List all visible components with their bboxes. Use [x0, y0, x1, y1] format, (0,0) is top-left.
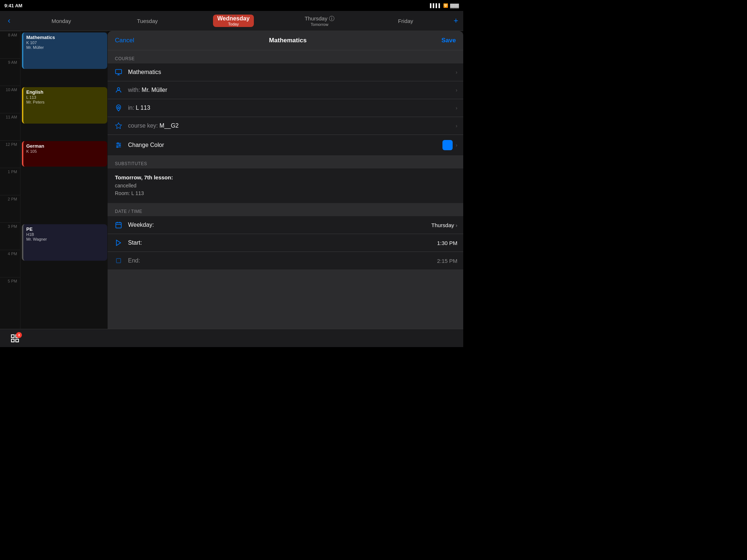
svg-point-2 — [118, 107, 120, 109]
course-key-text: course key: M__G2 — [128, 122, 456, 129]
time-9am: 9 AM — [0, 58, 20, 86]
key-chevron: › — [456, 123, 457, 129]
tuesday-label: Tuesday — [137, 18, 158, 24]
time-10am: 10 AM — [0, 86, 20, 113]
substitute-detail-line2: Room: L 113 — [115, 190, 456, 197]
tab-badge: 3 — [16, 332, 22, 338]
end-icon — [113, 257, 124, 264]
svg-rect-19 — [16, 339, 19, 342]
course-room-text: in: L 113 — [128, 105, 456, 111]
event-teacher: Mr. Peters — [26, 100, 104, 104]
monday-label: Monday — [51, 18, 71, 24]
tab-monday[interactable]: Monday — [18, 15, 104, 27]
wifi-icon: 🛜 — [443, 3, 448, 8]
substitute-title: Tomorrow, 7th lesson: — [115, 174, 456, 180]
time-8am: 8 AM — [0, 31, 20, 58]
course-icon — [113, 69, 124, 76]
svg-point-8 — [119, 144, 120, 145]
event-german-monday[interactable]: German K 105 — [22, 141, 107, 167]
svg-rect-10 — [116, 222, 121, 228]
add-button[interactable]: + — [449, 16, 463, 26]
svg-point-9 — [117, 146, 118, 147]
time-3pm: 3 PM — [0, 222, 20, 250]
course-name-row[interactable]: Mathematics › — [108, 63, 463, 81]
start-icon — [113, 239, 124, 246]
status-icons: ▌▌▌▌ 🛜 ▓▓▓ — [430, 3, 459, 8]
change-color-text: Change Color — [128, 142, 442, 148]
thursday-label: Thursday ⓘ — [305, 15, 334, 22]
svg-point-7 — [117, 143, 119, 144]
modal-header: Cancel Mathematics Save — [108, 31, 463, 50]
event-room: K 107 — [26, 40, 104, 45]
svg-marker-3 — [116, 123, 122, 129]
substitutes-section-header: SUBSTITUTES — [108, 155, 463, 168]
color-settings-icon — [113, 141, 124, 149]
monday-column: Mathematics K 107 Mr. Müller English L 1… — [20, 31, 109, 329]
modal-overlay: Cancel Mathematics Save COURSE Mathemati… — [108, 31, 463, 329]
event-title: Mathematics — [26, 35, 104, 40]
svg-rect-18 — [11, 339, 14, 342]
tab-tuesday[interactable]: Tuesday — [104, 15, 190, 27]
event-room: H1B — [26, 232, 104, 237]
calendar-icon — [113, 221, 124, 229]
course-name-text: Mathematics — [128, 69, 456, 75]
time-gutter: 8 AM 9 AM 10 AM 11 AM 12 PM 1 PM 2 PM 3 … — [0, 31, 20, 329]
course-key-row[interactable]: course key: M__G2 › — [108, 117, 463, 135]
end-value: 2:15 PM — [437, 258, 457, 264]
tab-schedule-icon[interactable]: 3 — [7, 331, 23, 346]
event-pe-monday[interactable]: PE H1B Mr. Wagner — [22, 224, 107, 261]
save-button[interactable]: Save — [441, 37, 456, 44]
course-teacher-text: with: Mr. Müller — [128, 87, 456, 93]
status-time: 9:41 AM — [4, 3, 22, 8]
friday-label: Friday — [398, 18, 413, 24]
key-icon — [113, 122, 124, 129]
color-swatch — [442, 140, 453, 150]
start-label: Start: — [128, 240, 437, 246]
substitute-detail-line1: cancelled — [115, 182, 456, 190]
event-english-monday[interactable]: English L 113 Mr. Peters — [22, 87, 107, 124]
tab-bar: 3 — [0, 329, 463, 347]
course-room-row[interactable]: in: L 113 › — [108, 99, 463, 117]
svg-rect-16 — [11, 335, 14, 338]
calendar-header: • • • ‹ Monday Tuesday Wednesday Today T… — [0, 11, 463, 31]
weekday-value: Thursday › — [431, 222, 457, 228]
change-color-row[interactable]: Change Color › — [108, 135, 463, 155]
svg-rect-0 — [116, 70, 122, 74]
event-room: L 113 — [26, 95, 104, 100]
event-teacher: Mr. Müller — [26, 45, 104, 50]
time-5pm: 5 PM — [0, 277, 20, 304]
datetime-section-header: DATE / TIME — [108, 203, 463, 216]
battery-icon: ▓▓▓ — [450, 3, 459, 8]
back-button[interactable]: ‹ — [0, 16, 18, 26]
event-title: German — [26, 143, 104, 149]
cancel-button[interactable]: Cancel — [115, 37, 134, 44]
weekday-label: Weekday: — [128, 222, 431, 228]
tomorrow-label: Tomorrow — [311, 22, 328, 27]
time-11am: 11 AM — [0, 113, 20, 140]
teacher-icon — [113, 86, 124, 94]
end-row[interactable]: End: 2:15 PM — [108, 252, 463, 269]
monday-inner: Mathematics K 107 Mr. Müller English L 1… — [20, 31, 109, 329]
end-label: End: — [128, 257, 437, 264]
weekday-row[interactable]: Weekday: Thursday › — [108, 216, 463, 234]
color-chevron: › — [456, 142, 457, 148]
status-bar: 9:41 AM ▌▌▌▌ 🛜 ▓▓▓ — [0, 0, 463, 11]
signal-icon: ▌▌▌▌ — [430, 3, 441, 8]
substitutes-section: Tomorrow, 7th lesson: cancelled Room: L … — [108, 168, 463, 203]
event-title: English — [26, 89, 104, 95]
svg-point-1 — [117, 88, 120, 90]
time-1pm: 1 PM — [0, 168, 20, 195]
today-label: Today — [217, 22, 250, 26]
event-teacher: Mr. Wagner — [26, 237, 104, 241]
course-list: Mathematics › with: Mr. Müller › — [108, 63, 463, 155]
tab-friday[interactable]: Friday — [363, 15, 449, 27]
modal-body: COURSE Mathematics › — [108, 50, 463, 329]
modal-title: Mathematics — [269, 37, 307, 44]
start-value: 1:30 PM — [437, 240, 457, 246]
course-teacher-row[interactable]: with: Mr. Müller › — [108, 81, 463, 99]
event-mathematics-monday[interactable]: Mathematics K 107 Mr. Müller — [22, 32, 107, 69]
tab-thursday[interactable]: Thursday ⓘ Tomorrow — [276, 15, 363, 27]
course-name-chevron: › — [456, 69, 457, 75]
start-row[interactable]: Start: 1:30 PM — [108, 234, 463, 252]
event-title: PE — [26, 226, 104, 232]
